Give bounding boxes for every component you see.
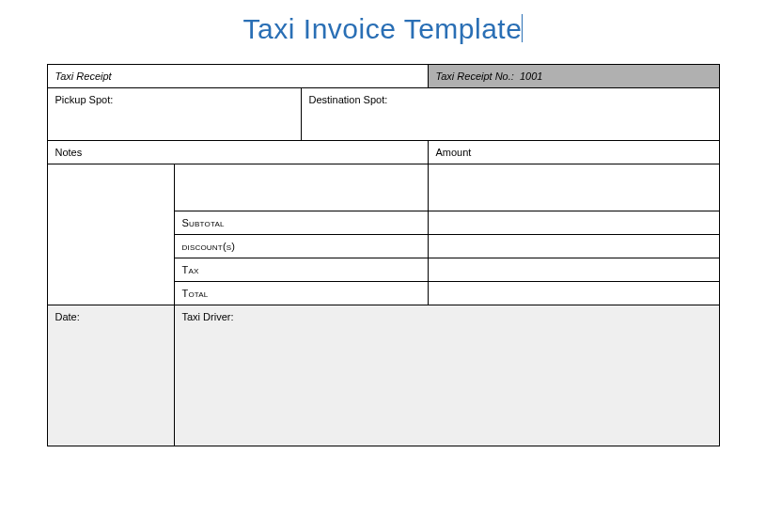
driver-cell: Taxi Driver:	[174, 305, 719, 446]
empty-line-cell	[174, 164, 428, 211]
tax-value-cell	[428, 258, 719, 282]
notes-body-cell	[47, 164, 174, 305]
date-cell: Date:	[47, 305, 174, 446]
receipt-no-label: Taxi Receipt No.:	[436, 70, 514, 82]
invoice-table: Taxi Receipt Taxi Receipt No.: 1001 Pick…	[47, 64, 720, 446]
tax-label-cell: Tax	[174, 258, 428, 282]
tax-label: Tax	[182, 264, 199, 275]
receipt-label: Taxi Receipt	[55, 70, 112, 82]
total-label-cell: Total	[174, 282, 428, 305]
subtotal-label-cell: Subtotal	[174, 211, 428, 235]
amount-header: Amount	[436, 147, 472, 158]
receipt-label-cell: Taxi Receipt	[47, 65, 428, 88]
destination-spot-cell: Destination Spot:	[301, 88, 719, 141]
subtotal-value-cell	[428, 211, 719, 235]
pickup-spot-cell: Pickup Spot:	[47, 88, 301, 141]
discounts-label-cell: discount(s)	[174, 235, 428, 258]
receipt-no-cell: Taxi Receipt No.: 1001	[428, 65, 719, 88]
title-text: Taxi Invoice Template	[243, 13, 523, 44]
notes-header-cell: Notes	[47, 141, 428, 164]
date-label: Date:	[55, 311, 80, 322]
document-title: Taxi Invoice Template	[0, 0, 766, 64]
discounts-value-cell	[428, 235, 719, 258]
subtotal-label: Subtotal	[182, 217, 225, 228]
amount-header-cell: Amount	[428, 141, 719, 164]
discounts-label: discount(s)	[182, 241, 236, 252]
destination-label: Destination Spot:	[309, 94, 388, 105]
empty-amount-cell	[428, 164, 719, 211]
total-value-cell	[428, 282, 719, 305]
total-label: Total	[182, 288, 209, 299]
receipt-no-value: 1001	[520, 70, 542, 82]
text-cursor	[522, 14, 523, 42]
notes-header: Notes	[55, 147, 83, 158]
driver-label: Taxi Driver:	[182, 311, 234, 322]
pickup-label: Pickup Spot:	[55, 94, 114, 105]
